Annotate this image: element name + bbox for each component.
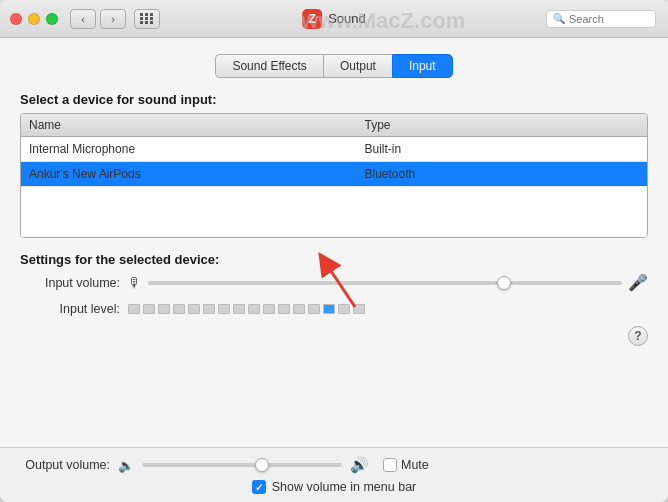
show-volume-label: Show volume in menu bar [272, 480, 417, 494]
input-volume-slider[interactable] [148, 281, 622, 285]
content-area: Sound Effects Output Input Select a devi… [0, 38, 668, 447]
vol-low-icon: 🔈 [118, 458, 134, 473]
table-header: Name Type [21, 114, 647, 137]
output-volume-row: Output volume: 🔈 🔊 Mute [20, 456, 648, 474]
mic-low-icon: 🎙 [128, 275, 142, 291]
show-volume-row: Show volume in menu bar [20, 480, 648, 494]
bottom-bar: Output volume: 🔈 🔊 Mute Show volume in m… [0, 447, 668, 502]
level-bar-2 [143, 304, 155, 314]
mute-checkbox[interactable] [383, 458, 397, 472]
mute-label: Mute [401, 458, 429, 472]
input-volume-slider-container: 🎙 🎤 [128, 273, 648, 292]
minimize-button[interactable] [28, 13, 40, 25]
level-bar-10 [263, 304, 275, 314]
input-level-row: Input level: [20, 302, 648, 316]
tabs-row: Sound Effects Output Input [20, 54, 648, 78]
vol-high-icon: 🔊 [350, 456, 369, 474]
input-level-label: Input level: [20, 302, 120, 316]
input-level-bars [128, 304, 365, 314]
table-row[interactable]: Ankur's New AirPods Bluetooth [21, 162, 647, 187]
tab-input[interactable]: Input [392, 54, 453, 78]
level-bar-1 [128, 304, 140, 314]
level-bar-5 [188, 304, 200, 314]
search-box[interactable]: 🔍 [546, 10, 656, 28]
level-bar-12 [293, 304, 305, 314]
device-table: Name Type Internal Microphone Built-in A… [20, 113, 648, 238]
level-bar-15 [338, 304, 350, 314]
level-bar-13 [308, 304, 320, 314]
grid-button[interactable] [134, 9, 160, 29]
app-icon: Z [302, 9, 322, 29]
settings-heading: Settings for the selected device: [20, 252, 648, 267]
window-title: Z Sound [302, 9, 366, 29]
level-bar-14 [323, 304, 335, 314]
tab-sound-effects[interactable]: Sound Effects [215, 54, 323, 78]
level-bar-6 [203, 304, 215, 314]
level-bar-3 [158, 304, 170, 314]
search-input[interactable] [569, 13, 649, 25]
output-volume-thumb[interactable] [255, 458, 269, 472]
device-section-heading: Select a device for sound input: [20, 92, 648, 107]
tab-output[interactable]: Output [323, 54, 392, 78]
output-volume-slider[interactable] [142, 463, 342, 467]
device-name-0: Internal Microphone [29, 142, 365, 156]
input-volume-row: Input volume: 🎙 🎤 [20, 273, 648, 292]
level-bar-7 [218, 304, 230, 314]
input-volume-thumb[interactable] [497, 276, 511, 290]
table-body: Internal Microphone Built-in Ankur's New… [21, 137, 647, 237]
traffic-lights [10, 13, 58, 25]
search-icon: 🔍 [553, 13, 565, 24]
level-bar-9 [248, 304, 260, 314]
level-bar-11 [278, 304, 290, 314]
table-row[interactable]: Internal Microphone Built-in [21, 137, 647, 162]
input-volume-label: Input volume: [20, 276, 120, 290]
help-button[interactable]: ? [628, 326, 648, 346]
col-name-header: Name [29, 118, 365, 132]
device-type-0: Built-in [365, 142, 640, 156]
device-section: Select a device for sound input: Name Ty… [20, 92, 648, 238]
level-bar-8 [233, 304, 245, 314]
grid-icon [140, 13, 154, 24]
device-name-1: Ankur's New AirPods [29, 167, 365, 181]
device-type-1: Bluetooth [365, 167, 640, 181]
level-bar-16 [353, 304, 365, 314]
nav-buttons: ‹ › [70, 9, 126, 29]
level-bar-4 [173, 304, 185, 314]
settings-section: Settings for the selected device: Input … [20, 252, 648, 352]
mic-high-icon: 🎤 [628, 273, 648, 292]
help-row: ? [20, 326, 648, 346]
close-button[interactable] [10, 13, 22, 25]
titlebar: ‹ › Z Sound 🔍 [0, 0, 668, 38]
back-button[interactable]: ‹ [70, 9, 96, 29]
mute-container: Mute [383, 458, 429, 472]
forward-button[interactable]: › [100, 9, 126, 29]
col-type-header: Type [365, 118, 640, 132]
table-spacer [21, 187, 647, 237]
show-volume-checkbox[interactable] [252, 480, 266, 494]
output-volume-label: Output volume: [20, 458, 110, 472]
main-window: ‹ › Z Sound 🔍 www.MacZ.com Sound Effects… [0, 0, 668, 502]
maximize-button[interactable] [46, 13, 58, 25]
